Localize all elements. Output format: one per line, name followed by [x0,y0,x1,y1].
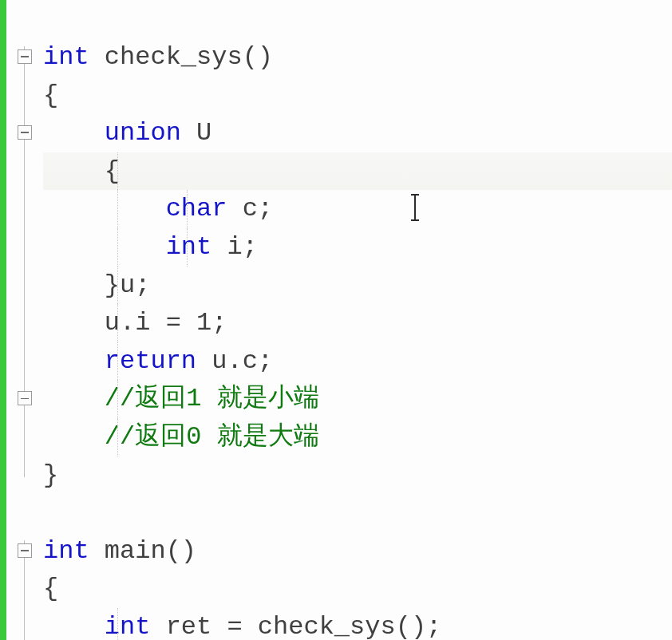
code-text: { [43,570,58,608]
code-area[interactable]: int check_sys(){ union U { char c; int i… [43,0,672,640]
fold-toggle[interactable] [18,49,32,64]
code-text: return u.c; [43,342,273,381]
code-line[interactable]: return u.c; [43,342,672,381]
code-line[interactable]: }u; [43,267,672,305]
code-text: { [43,77,58,115]
code-text: char c; [43,190,273,228]
code-line[interactable]: { [43,152,672,191]
code-line[interactable]: //返回1 就是小端 [43,380,672,418]
code-line[interactable]: { [43,570,672,608]
fold-toggle[interactable] [18,391,32,405]
code-line[interactable]: { [43,77,672,115]
code-line[interactable]: int main() [43,532,672,571]
code-line[interactable]: u.i = 1; [43,304,672,342]
fold-toggle[interactable] [18,125,32,140]
code-text: }u; [43,267,150,305]
code-text: } [43,456,58,495]
code-text: //返回0 就是大端 [43,418,319,456]
code-line[interactable] [43,494,672,532]
code-text: //返回1 就是小端 [43,380,319,418]
code-line[interactable]: char c; [43,190,672,228]
fold-gutter[interactable] [6,0,43,640]
code-line[interactable]: int check_sys() [43,38,672,77]
code-text: int i; [43,228,258,267]
code-text: u.i = 1; [43,304,227,342]
code-line[interactable]: int ret = check_sys(); [43,608,672,640]
change-indicator-bar [0,0,6,640]
code-editor[interactable]: int check_sys(){ union U { char c; int i… [0,0,672,640]
code-text: int main() [43,532,196,571]
code-line[interactable]: int i; [43,228,672,267]
code-text: union U [43,114,211,152]
code-line[interactable]: union U [43,114,672,152]
code-line[interactable]: //返回0 就是大端 [43,418,672,456]
code-line[interactable]: } [43,456,672,495]
code-text: int ret = check_sys(); [43,608,441,640]
code-text: { [43,152,120,191]
code-text: int check_sys() [43,38,273,77]
text-cursor [414,194,416,221]
fold-toggle[interactable] [18,543,32,558]
